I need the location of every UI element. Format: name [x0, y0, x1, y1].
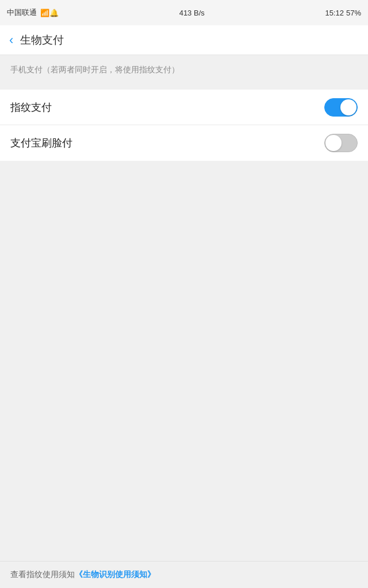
- back-button[interactable]: ‹: [9, 34, 13, 47]
- fingerprint-payment-item: 指纹支付: [0, 90, 368, 125]
- alipay-face-payment-toggle[interactable]: [324, 134, 358, 152]
- carrier-text: 中国联通: [7, 7, 37, 18]
- time-text: 15:12: [325, 9, 344, 17]
- fingerprint-payment-toggle[interactable]: [324, 98, 358, 117]
- description-section: 手机支付（若两者同时开启，将使用指纹支付）: [0, 55, 368, 84]
- description-text: 手机支付（若两者同时开启，将使用指纹支付）: [10, 65, 179, 74]
- footer-link-text[interactable]: 《生物识别使用须知》: [75, 570, 155, 580]
- nav-bar: ‹ 生物支付: [0, 25, 368, 55]
- status-bar: 中国联通 📶🔔 413 B/s 15:12 57%: [0, 0, 368, 25]
- carrier-icons: 📶🔔: [40, 9, 59, 17]
- status-left: 中国联通 📶🔔: [7, 7, 59, 18]
- fingerprint-payment-label: 指纹支付: [10, 100, 52, 114]
- footer-link-section[interactable]: 查看指纹使用须知 《生物识别使用须知》: [0, 561, 368, 588]
- alipay-face-payment-label: 支付宝刷脸付: [10, 136, 72, 150]
- battery-text: 57%: [346, 9, 361, 17]
- alipay-face-payment-knob: [325, 135, 342, 151]
- network-speed: 413 B/s: [179, 9, 205, 17]
- fingerprint-payment-knob: [340, 99, 356, 115]
- alipay-face-payment-item: 支付宝刷脸付: [0, 125, 368, 161]
- empty-area: [0, 161, 368, 419]
- settings-list: 指纹支付 支付宝刷脸付: [0, 90, 368, 161]
- page-title: 生物支付: [20, 33, 64, 48]
- status-right: 15:12 57%: [325, 9, 361, 17]
- footer-prefix-text: 查看指纹使用须知: [10, 570, 75, 580]
